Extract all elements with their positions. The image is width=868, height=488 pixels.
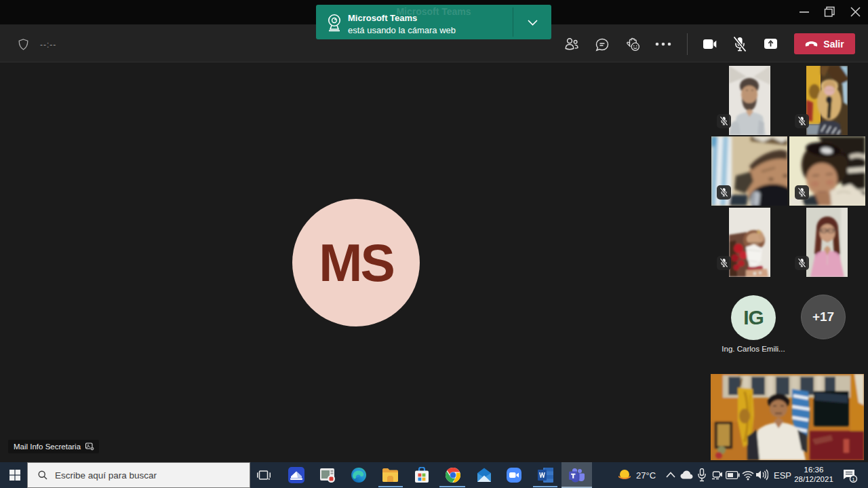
svg-text:1: 1: [852, 476, 855, 483]
